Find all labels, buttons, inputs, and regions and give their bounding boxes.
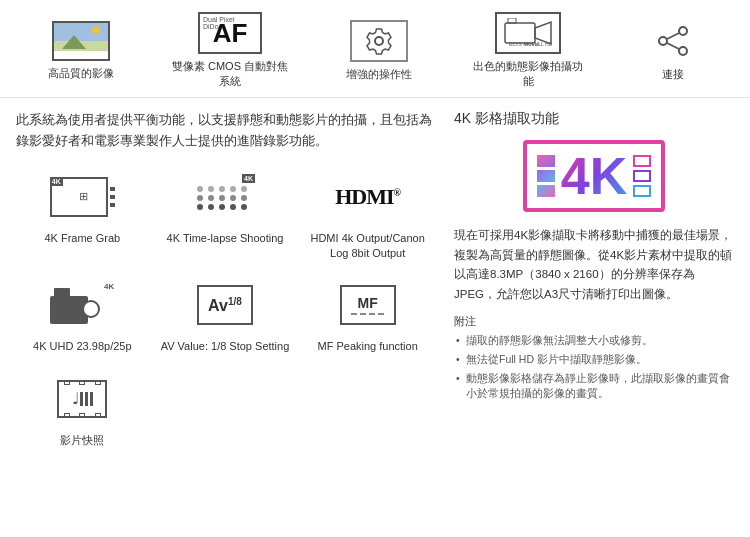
connect-label: 連接 [662,67,684,82]
share-icon-box [644,20,702,62]
feature-4ktimelapse: 4K [159,169,292,262]
4ktimelapse-label: 4K Time-lapse Shooting [167,231,284,246]
landscape-icon [52,21,110,61]
4k-big-text: 4K [561,150,627,202]
af-label: 雙像素 CMOS 自動對焦系統 [170,59,290,89]
video-camera-icon: EOS Movie 4K/FULL HD [504,18,552,48]
top-icon-performance: 增強的操作性 [346,20,412,82]
hdmi-label: HDMI 4k Output/Canon Log 8bit Output [301,231,434,262]
feature-avvalue: Av1/8 AV Value: 1/8 Stop Setting [159,277,292,354]
notes-title: 附注 [454,314,734,329]
feature-vidphoto: ♩ 影片快照 [16,371,149,448]
top-bar: 高品質的影像 Dual Pixel DiDo AF 雙像素 CMOS 自動對焦系… [0,0,750,98]
notes-section: 附注 擷取的靜態影像無法調整大小或修剪。 無法從Full HD 影片中擷取靜態影… [454,314,734,402]
film-frame-icon: ♩ [57,380,107,418]
avvalue-label: AV Value: 1/8 Stop Setting [161,339,290,354]
top-icon-connect: 連接 [644,20,702,82]
gear-icon-box [350,20,408,62]
note-item-1: 擷取的靜態影像無法調整大小或修剪。 [454,333,734,349]
svg-point-6 [659,37,667,45]
note-item-3: 動態影像影格儲存為靜止影像時，此擷取影像的畫質會小於常規拍攝的影像的畫質。 [454,371,734,403]
feature-hdmi: HDMI® HDMI 4k Output/Canon Log 8bit Outp… [301,169,434,262]
4k-display-box: 4K [523,140,665,212]
4kframe-label: 4K Frame Grab [44,231,120,246]
4k-section-title: 4K 影格擷取功能 [454,110,734,128]
4kframe-icon: 4K ⊞ [50,177,115,217]
feature-4kframe: 4K ⊞ 4K Frame Grab [16,169,149,262]
main-content: 此系統為使用者提供平衡功能，以支援靜態和動態影片的拍攝，且包括為錄影愛好者和電影… [0,98,750,460]
hdmi-icon: HDMI® [335,174,400,220]
svg-line-8 [667,33,679,39]
4kuhd-icon-wrap: 4K [50,277,114,333]
share-icon [655,23,691,59]
vidphoto-label: 影片快照 [60,433,104,448]
film-strip-right [633,155,651,197]
svg-line-9 [667,43,679,49]
dido-label: DiDo [203,23,219,30]
4k-frame-box: 4K ⊞ [50,177,108,217]
svg-point-7 [679,47,687,55]
4ktimelapse-icon-wrap: 4K [195,169,255,225]
svg-point-5 [679,27,687,35]
gear-icon [365,27,393,55]
performance-label: 增強的操作性 [346,67,412,82]
dual-pixel-label: Dual Pixel [203,16,235,23]
right-panel: 4K 影格擷取功能 4K 現在可採用4K影像擷取卡將移動中捕獲的最佳場景，複製為… [454,110,734,448]
mfpeaking-icon-wrap: MF [340,277,396,333]
notes-list: 擷取的靜態影像無法調整大小或修剪。 無法從Full HD 影片中擷取靜態影像。 … [454,333,734,402]
4k-visual: 4K [454,140,734,212]
4kuhd-icon: 4K [50,282,114,328]
feature-mfpeaking: MF MF Peaking function [301,277,434,354]
vidphoto-icon-wrap: ♩ [57,371,107,427]
film-strip-left [537,155,555,197]
mf-icon: MF [340,285,396,325]
eosmovie-label: 出色的動態影像拍攝功能 [468,59,588,89]
avvalue-icon-wrap: Av1/8 [197,277,253,333]
feature-4kuhd: 4K 4K UHD 23.98p/25p [16,277,149,354]
4ktimelapse-icon: 4K [195,174,255,220]
4kframe-icon-wrap: 4K ⊞ [50,169,115,225]
svg-text:4K/FULL HD: 4K/FULL HD [524,41,552,47]
av-icon: Av1/8 [197,285,253,325]
landscape-label: 高品質的影像 [48,66,114,81]
film-strip [110,187,115,207]
left-panel: 此系統為使用者提供平衡功能，以支援靜態和動態影片的拍攝，且包括為錄影愛好者和電影… [16,110,454,448]
eos-movie-icon: EOS Movie 4K/FULL HD [495,12,561,54]
hdmi-icon-wrap: HDMI® [335,169,400,225]
right-description-text: 現在可採用4K影像擷取卡將移動中捕獲的最佳場景，複製為高質量的靜態圖像。從4K影… [454,226,734,304]
note-item-2: 無法從Full HD 影片中擷取靜態影像。 [454,352,734,368]
feature-grid: 4K ⊞ 4K Frame Grab 4 [16,169,434,449]
description-text: 此系統為使用者提供平衡功能，以支援靜態和動態影片的拍攝，且包括為錄影愛好者和電影… [16,110,434,153]
mfpeaking-label: MF Peaking function [318,339,418,354]
4kuhd-label: 4K UHD 23.98p/25p [33,339,131,354]
svg-rect-0 [505,23,535,43]
top-icon-af: Dual Pixel DiDo AF 雙像素 CMOS 自動對焦系統 [170,12,290,89]
top-icon-landscape: 高品質的影像 [48,21,114,81]
top-icon-eosmovie: EOS Movie 4K/FULL HD 出色的動態影像拍攝功能 [468,12,588,89]
